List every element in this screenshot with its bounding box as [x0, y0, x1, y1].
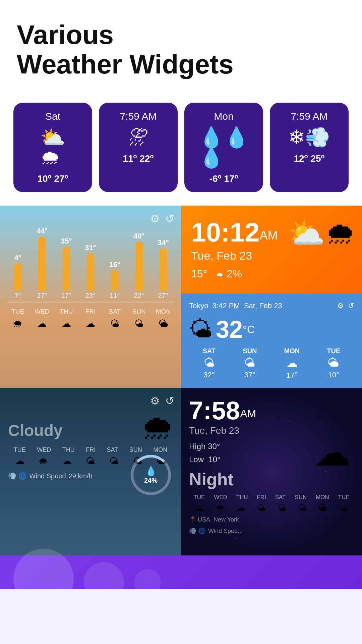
cloudy-controls: ⚙ ↺: [150, 394, 174, 407]
sw-icon-2: ⛈: [128, 127, 148, 148]
day-row: TUE WED THU FRI SAT SUN MON: [3, 305, 178, 317]
orange-temp-rain: 15° 🌧 2%: [191, 268, 352, 280]
tokyo-sun-icon: 🌤: [189, 316, 213, 343]
sw-label-3: Mon: [214, 111, 233, 122]
small-widget-mon[interactable]: Mon 💧💧💧 -6o 17o: [184, 103, 263, 192]
right-column: 10:12AM Tue, Feb 23 15° 🌧 2% ⛅🌧 Tokyo 3:…: [181, 206, 362, 388]
night-icon-row: ☁ 🌧 ☁ 🌤 🌤 🌤 🌥 ☁: [189, 503, 354, 513]
cloudy-settings-icon[interactable]: ⚙: [150, 394, 160, 407]
deco-circle-3: [134, 569, 161, 589]
night-wind: 💨 🌀 Wind Spee...: [189, 527, 354, 535]
tokyo-main: 🌤 32 °C: [189, 316, 354, 343]
forecast-col-sun: SUN 🌤 37°: [243, 347, 257, 380]
bar-col-5: 40° 22°: [128, 232, 150, 300]
sw-label-1: Sat: [45, 111, 60, 122]
orange-date: Tue, Feb 23: [191, 249, 352, 262]
night-cloud-icon: ☁: [314, 431, 351, 474]
settings-icon[interactable]: ⚙: [150, 212, 160, 225]
bar-col-4: 16° 11°: [104, 260, 126, 300]
bar-col-6: 34° 27°: [152, 238, 174, 300]
refresh-icon[interactable]: ↺: [165, 212, 174, 225]
tokyo-settings-icon[interactable]: ⚙: [337, 302, 344, 310]
forecast-col-tue: TUE 🌥 10°: [327, 347, 340, 380]
forecast-col-mon: MON ☁ 17°: [284, 347, 300, 380]
orange-weather-icon: ⛅🌧: [288, 216, 355, 251]
sw-label-4: 7:59 AM: [291, 111, 327, 122]
sw-label-2: 7:59 AM: [120, 111, 157, 122]
small-widgets-row: Sat ⛅🌧 10o 27o 7:59 AM ⛈ 11o 22o Mon 💧💧💧…: [0, 93, 362, 206]
deco-circle-2: [84, 562, 124, 589]
widget-tokyo[interactable]: Tokyo 3:42 PM Sat, Feb 23 ⚙ ↺ 🌤 32 °C SA…: [181, 293, 362, 388]
cloudy-big-icon: 🌧: [141, 408, 174, 446]
main-widgets-grid: ⚙ ↺ 4° 7° 44° 27° 35° 17° 31°: [0, 206, 362, 555]
cloudy-day-row: TUE WED THU FRI SAT SUN MON: [8, 446, 173, 453]
sw-temps-3: -6o 17o: [209, 173, 238, 184]
sw-temps-2: 11o 22o: [123, 153, 154, 164]
bar-col-1: 44° 27°: [31, 227, 53, 300]
desert-controls: ⚙ ↺: [150, 212, 174, 225]
sw-icon-1: ⛅🌧: [40, 127, 65, 168]
humidity-circle: 💧 24%: [131, 455, 171, 495]
bottom-decoration: [0, 555, 362, 589]
night-time: 7:58AM: [189, 398, 354, 423]
widget-orange[interactable]: 10:12AM Tue, Feb 23 15° 🌧 2% ⛅🌧: [181, 206, 362, 293]
icon-row: 🌧 ☁ ☁ ☁ 🌤 🌤 🌥: [3, 317, 178, 330]
widget-desert[interactable]: ⚙ ↺ 4° 7° 44° 27° 35° 17° 31°: [0, 206, 181, 388]
tokyo-header: Tokyo 3:42 PM Sat, Feb 23 ⚙ ↺: [189, 302, 354, 310]
tokyo-forecast-row: SAT 🌤 32° SUN 🌤 37° MON ☁ 17° TUE 🌥: [189, 347, 354, 380]
sw-icon-4: ❄💨: [288, 127, 330, 148]
location-info: 📍 USA, New York: [189, 516, 354, 523]
small-widget-sat[interactable]: Sat ⛅🌧 10o 27o: [13, 103, 92, 192]
cloudy-refresh-icon[interactable]: ↺: [165, 394, 174, 407]
widget-cloudy[interactable]: ⚙ ↺ 🌧 Cloudy 💧 24% TUE WED THU FRI SAT S…: [0, 388, 181, 555]
bar-col-3: 31° 23°: [79, 244, 102, 300]
small-widget-759am-1[interactable]: 7:59 AM ⛈ 11o 22o: [99, 103, 178, 192]
bar-col-2: 35° 17°: [55, 237, 77, 300]
night-days: TUE WED THU FRI SAT SUN MON TUE: [189, 494, 354, 501]
bar-col-0: 4° 7°: [7, 254, 29, 300]
sw-icon-3: 💧💧💧: [199, 127, 249, 168]
bar-chart: 4° 7° 44° 27° 35° 17° 31° 23° 16°: [3, 219, 178, 300]
small-widget-759am-2[interactable]: 7:59 AM ❄💨 12o 25o: [270, 103, 349, 192]
sw-temps-1: 10o 27o: [37, 173, 68, 184]
page-title: Various Weather Widgets: [17, 20, 345, 79]
forecast-col-sat: SAT 🌤 32°: [203, 347, 216, 380]
header: Various Weather Widgets: [0, 0, 362, 93]
tokyo-refresh-icon[interactable]: ↺: [348, 302, 354, 310]
widget-night[interactable]: 7:58AM Tue, Feb 23 High 30° Low 10° Nigh…: [181, 388, 362, 555]
sw-temps-4: 12o 25o: [294, 153, 324, 164]
